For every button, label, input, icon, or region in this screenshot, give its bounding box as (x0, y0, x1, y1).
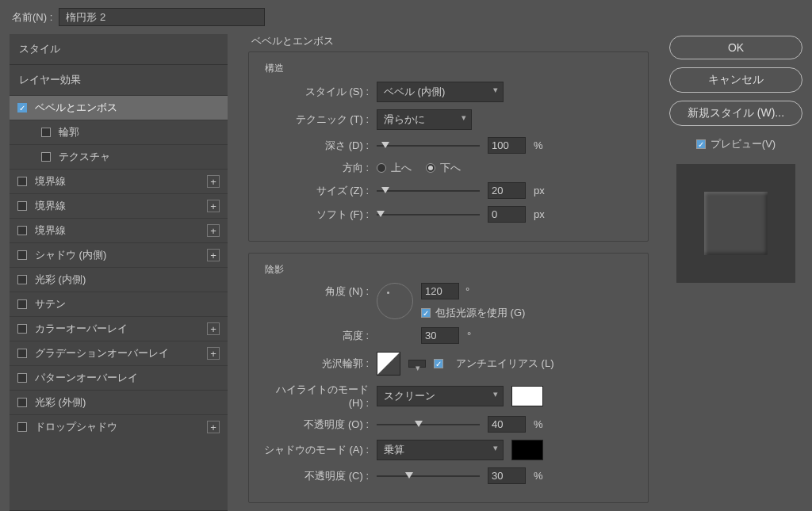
angle-label: 角度 (N) : (262, 283, 369, 299)
style-item-checkbox[interactable] (17, 349, 27, 358)
depth-input[interactable] (488, 137, 526, 154)
highlight-opacity-input[interactable] (488, 416, 526, 433)
style-item-label: 境界線 (35, 199, 66, 213)
style-item-checkbox[interactable] (41, 152, 51, 162)
style-item-checkbox[interactable] (17, 422, 27, 432)
angle-wheel[interactable] (377, 283, 413, 319)
gloss-contour-picker[interactable] (377, 352, 400, 376)
style-item-5[interactable]: 境界線+ (10, 218, 228, 242)
style-item-checkbox[interactable] (17, 275, 27, 284)
style-item-checkbox[interactable] (17, 398, 27, 407)
preview-checkbox[interactable]: ✓ (696, 139, 706, 149)
style-select[interactable]: ベベル (内側) (377, 82, 504, 102)
soft-input[interactable] (488, 206, 526, 223)
style-item-checkbox[interactable] (17, 250, 27, 260)
direction-down-radio[interactable]: 下へ (426, 161, 461, 175)
add-instance-icon[interactable]: + (207, 175, 220, 188)
style-item-10[interactable]: グラデーションオーバーレイ+ (10, 341, 228, 365)
style-item-12[interactable]: 光彩 (外側) (10, 390, 228, 414)
direction-up-radio[interactable]: 上へ (377, 161, 412, 175)
style-item-11[interactable]: パターンオーバーレイ (10, 365, 228, 390)
shadow-opacity-label: 不透明度 (C) : (262, 469, 369, 483)
style-item-checkbox[interactable]: ✓ (17, 103, 27, 112)
shading-group: 陰影 角度 (N) : ° ✓ 包括光源を使用 (G) (248, 253, 649, 503)
add-instance-icon[interactable]: + (207, 421, 220, 433)
style-item-label: 輪郭 (59, 125, 79, 139)
direction-up-label: 上へ (391, 161, 412, 175)
style-item-checkbox[interactable] (17, 373, 27, 383)
shadow-opacity-unit: % (534, 470, 543, 482)
style-item-1[interactable]: 輪郭 (10, 120, 228, 144)
gloss-contour-dropdown[interactable] (408, 360, 426, 368)
technique-label: テクニック (T) : (262, 112, 369, 127)
style-item-4[interactable]: 境界線+ (10, 193, 228, 218)
style-item-checkbox[interactable] (17, 324, 27, 334)
style-label: スタイル (S) : (262, 85, 369, 99)
technique-select[interactable]: 滑らかに (377, 109, 472, 130)
structure-legend: 構造 (262, 62, 287, 75)
add-instance-icon[interactable]: + (207, 347, 220, 360)
structure-group: 構造 スタイル (S) : ベベル (内側) テクニック (T) : 滑らかに … (248, 51, 649, 242)
style-item-checkbox[interactable] (17, 226, 27, 235)
style-item-label: パターンオーバーレイ (35, 371, 138, 385)
style-item-label: ドロップシャドウ (35, 420, 117, 434)
dialog-actions: OK キャンセル 新規スタイル (W)... ✓ プレビュー(V) (669, 34, 802, 511)
antialias-label: アンチエイリアス (L) (456, 357, 554, 371)
highlight-mode-select[interactable]: スクリーン (377, 386, 504, 406)
style-item-13[interactable]: ドロップシャドウ+ (10, 414, 228, 439)
new-style-button[interactable]: 新規スタイル (W)... (669, 101, 802, 126)
highlight-opacity-slider[interactable] (377, 418, 480, 431)
size-unit: px (534, 185, 545, 196)
style-header[interactable]: スタイル (10, 34, 228, 64)
style-item-label: 光彩 (外側) (35, 395, 86, 410)
shadow-color-swatch[interactable] (511, 440, 543, 460)
style-item-7[interactable]: 光彩 (内側) (10, 267, 228, 292)
shading-legend: 陰影 (262, 263, 287, 276)
altitude-label: 高度 : (262, 329, 369, 343)
preview-thumbnail (676, 164, 795, 283)
global-light-checkbox[interactable]: ✓ (421, 308, 431, 318)
add-instance-icon[interactable]: + (207, 249, 220, 261)
style-item-checkbox[interactable] (17, 177, 27, 186)
add-instance-icon[interactable]: + (207, 322, 220, 335)
style-item-9[interactable]: カラーオーバーレイ+ (10, 316, 228, 341)
depth-unit: % (534, 139, 543, 151)
style-item-3[interactable]: 境界線+ (10, 169, 228, 193)
direction-down-label: 下へ (440, 161, 461, 175)
style-list-panel: スタイル レイヤー効果 ✓ベベルとエンボス輪郭テクスチャ境界線+境界線+境界線+… (10, 34, 228, 511)
style-item-checkbox[interactable] (17, 201, 27, 211)
antialias-checkbox[interactable]: ✓ (434, 359, 443, 368)
shadow-mode-select[interactable]: 乗算 (377, 440, 504, 460)
angle-input[interactable] (421, 283, 459, 299)
highlight-opacity-unit: % (534, 418, 543, 430)
name-input[interactable] (59, 8, 265, 26)
add-instance-icon[interactable]: + (207, 224, 220, 237)
ok-button[interactable]: OK (669, 36, 802, 59)
shadow-opacity-slider[interactable] (377, 470, 480, 482)
shadow-mode-label: シャドウのモード (A) : (262, 443, 369, 457)
cancel-button[interactable]: キャンセル (669, 67, 802, 93)
style-item-6[interactable]: シャドウ (内側)+ (10, 242, 228, 267)
style-item-checkbox[interactable] (17, 299, 27, 309)
settings-panel: ベベルとエンボス 構造 スタイル (S) : ベベル (内側) テクニック (T… (242, 34, 655, 511)
style-item-label: 光彩 (内側) (35, 273, 86, 287)
size-label: サイズ (Z) : (262, 184, 369, 198)
highlight-color-swatch[interactable] (511, 386, 543, 406)
layer-effects-header[interactable]: レイヤー効果 (10, 65, 228, 95)
angle-degree: ° (465, 285, 469, 297)
style-item-2[interactable]: テクスチャ (10, 144, 228, 169)
soft-slider[interactable] (377, 208, 480, 221)
size-slider[interactable] (377, 185, 480, 197)
altitude-input[interactable] (421, 327, 459, 344)
shadow-opacity-input[interactable] (488, 467, 526, 484)
style-item-label: カラーオーバーレイ (35, 322, 128, 336)
depth-slider[interactable] (377, 139, 480, 152)
add-instance-icon[interactable]: + (207, 200, 220, 212)
highlight-opacity-label: 不透明度 (O) : (262, 418, 369, 432)
style-item-label: テクスチャ (59, 150, 110, 164)
size-input[interactable] (488, 182, 526, 199)
style-item-checkbox[interactable] (41, 128, 51, 137)
soft-label: ソフト (F) : (262, 208, 369, 222)
style-item-0[interactable]: ✓ベベルとエンボス (10, 95, 228, 120)
style-item-8[interactable]: サテン (10, 292, 228, 316)
